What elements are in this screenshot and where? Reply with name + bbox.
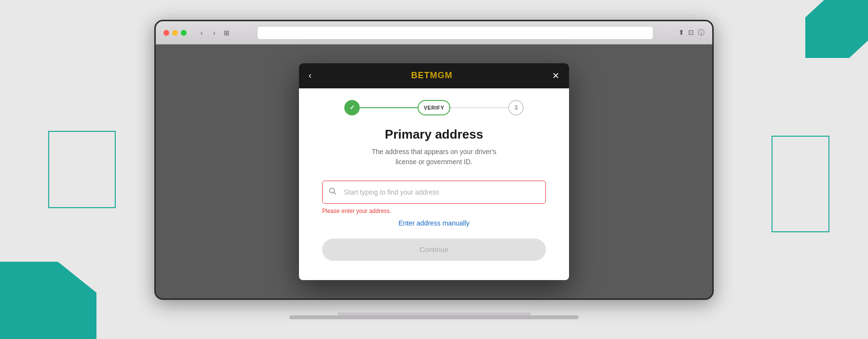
share-icon[interactable]: ⬆ [678, 28, 684, 37]
sidebar-toggle-button[interactable]: ⊞ [221, 28, 232, 38]
laptop-foot [289, 315, 579, 319]
maximize-window-button[interactable] [181, 30, 187, 36]
traffic-lights [163, 30, 187, 36]
bookmark-icon[interactable]: ⊡ [688, 28, 694, 37]
search-icon [329, 187, 337, 197]
info-icon[interactable]: ⓘ [698, 28, 705, 37]
browser-toolbar-actions: ⬆ ⊡ ⓘ [678, 28, 705, 37]
modal-back-button[interactable]: ‹ [309, 71, 312, 81]
page-subtitle: The address that appears on your driver'… [322, 147, 546, 167]
step-line-1 [360, 107, 418, 108]
step-line-2 [450, 107, 508, 108]
minimize-window-button[interactable] [172, 30, 178, 36]
step-3-inactive: 3 [508, 100, 524, 115]
browser-chrome: ‹ › ⊞ ⬆ ⊡ ⓘ [156, 21, 712, 44]
modal-header: ‹ BETMGM ✕ [299, 63, 569, 88]
address-input-wrapper [322, 181, 546, 204]
forward-nav-button[interactable]: › [209, 28, 219, 38]
page-title: Primary address [322, 127, 546, 142]
nav-buttons: ‹ › ⊞ [196, 28, 232, 38]
deco-top-right [805, 0, 868, 58]
svg-line-1 [334, 192, 336, 194]
deco-right-outline [772, 136, 829, 232]
step-1-done: ✓ [344, 100, 360, 115]
browser-address-bar[interactable] [257, 26, 653, 40]
logo-mgm-text: MGM [430, 71, 453, 80]
deco-bottom-left [0, 262, 96, 339]
close-window-button[interactable] [163, 30, 169, 36]
back-nav-button[interactable]: ‹ [196, 28, 207, 38]
modal-close-button[interactable]: ✕ [552, 71, 559, 81]
laptop-frame: ‹ › ⊞ ⬆ ⊡ ⓘ ‹ BETMGM [154, 20, 714, 319]
browser-content: ‹ BETMGM ✕ ✓ VERIFY 3 Primary address [156, 44, 712, 298]
step-2-active: VERIFY [418, 100, 450, 115]
address-error-message: Please enter your address. [322, 208, 546, 214]
laptop-screen: ‹ › ⊞ ⬆ ⊡ ⓘ ‹ BETMGM [154, 20, 714, 300]
deco-left-outline [48, 131, 116, 208]
betmgm-logo: BETMGM [411, 71, 453, 81]
enter-address-manually-link[interactable]: Enter address manually [322, 219, 546, 227]
address-search-input[interactable] [322, 181, 546, 204]
modal-dialog: ‹ BETMGM ✕ ✓ VERIFY 3 Primary address [299, 63, 569, 280]
progress-stepper: ✓ VERIFY 3 [299, 88, 569, 123]
modal-body: Primary address The address that appears… [299, 123, 569, 280]
logo-bet-text: BET [411, 71, 430, 80]
continue-button[interactable]: Continue [322, 239, 546, 261]
